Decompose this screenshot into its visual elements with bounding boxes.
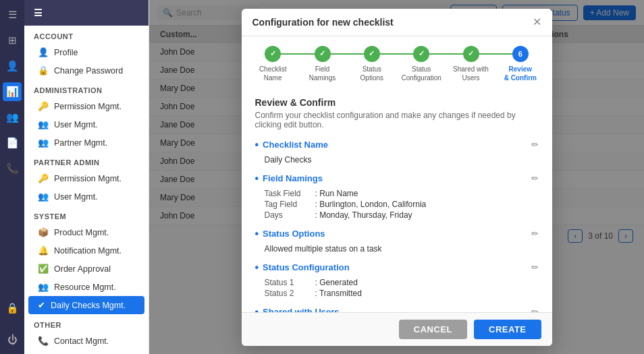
step-circle-3: ✓ [364, 46, 380, 62]
section-header-shared: Shared with Users ✏ [255, 306, 539, 312]
section-header-field: Field Namings ✏ [255, 173, 539, 185]
field-label-status2: Status 2 [265, 289, 315, 298]
cancel-button[interactable]: CANCEL [399, 320, 467, 339]
power-icon[interactable]: ⏻ [3, 330, 22, 349]
lock-icon[interactable]: 🔒 [3, 299, 22, 318]
menu-icon[interactable]: ☰ [3, 5, 22, 24]
section-title-checklist: Checklist Name [255, 139, 328, 151]
chart-icon[interactable]: 📊 [3, 82, 22, 101]
person-icon[interactable]: 👤 [3, 57, 22, 76]
step-2: ✓ FieldNamings [298, 46, 347, 82]
field-label-days: Days [265, 210, 315, 220]
sidebar-item-pa-permission[interactable]: 🔑 Permission Mgmt. [24, 169, 149, 187]
modal-footer: CANCEL CREATE [242, 312, 552, 346]
section-status-options: Status Options ✏ Allowed multiple status… [255, 228, 539, 254]
section-header-checklist: Checklist Name ✏ [255, 139, 539, 151]
main-content: 🔍 Search ≡ Filter ▾ Configure Status + A… [149, 0, 644, 354]
sidebar-item-partner-mgmt[interactable]: 👥 Partner Mgmt. [24, 134, 149, 152]
sidebar-label-product: Product Mgmt. [54, 228, 109, 237]
field-row-status1: Status 1 : Generated [255, 278, 539, 287]
field-row-tag: Tag Field : Burlington, London, Californ… [255, 200, 539, 209]
sidebar-item-change-password[interactable]: 🔒 Change Password [24, 61, 149, 80]
sidebar-section-account: ACCOUNT [24, 26, 149, 43]
home-icon[interactable]: ⊞ [3, 31, 22, 50]
edit-field-button[interactable]: ✏ [531, 173, 539, 183]
step-label-6: Review& Confirm [504, 65, 537, 82]
sidebar-section-system: SYSTEM [24, 206, 149, 223]
step-3: ✓ StatusOptions [347, 46, 396, 82]
order-icon: ✅ [38, 264, 49, 274]
sidebar-item-daily-checks[interactable]: ✔ Daily Checks Mgmt. [28, 296, 144, 314]
step-label-1: ChecklistName [259, 65, 287, 82]
doc-icon[interactable]: 📄 [3, 134, 22, 152]
section-header-status-options: Status Options ✏ [255, 228, 539, 240]
modal-overlay: Configuration for new checklist ✕ ✓ Chec… [149, 0, 644, 354]
sidebar-item-order-approval[interactable]: ✅ Order Approval [24, 260, 149, 278]
sidebar-item-user-mgmt[interactable]: 👥 User Mgmt. [24, 115, 149, 134]
sidebar-item-contact-mgmt[interactable]: 📞 Contact Mgmt. [24, 332, 149, 350]
step-5: ✓ Shared withUsers [446, 46, 495, 82]
edit-checklist-button[interactable]: ✏ [531, 140, 539, 150]
field-value-days: : Monday, Thursday, Friday [315, 210, 412, 220]
modal-title: Configuration for new checklist [252, 17, 394, 28]
contact-icon: 📞 [38, 336, 49, 346]
step-label-2: FieldNamings [309, 65, 336, 82]
sidebar-logo: ☰ [24, 0, 149, 26]
profile-icon: 👤 [38, 47, 49, 57]
sidebar-item-notification-mgmt[interactable]: 🔔 Notification Mgmt. [24, 241, 149, 260]
modal-body: Review & Confirm Confirm your checklist … [242, 89, 552, 312]
step-circle-2: ✓ [315, 46, 331, 62]
resource-icon: 👥 [38, 282, 49, 292]
section-field-namings: Field Namings ✏ Task Field : Run Name Ta… [255, 173, 539, 220]
sidebar-label-order: Order Approval [54, 264, 111, 274]
field-value-status1: : Generated [315, 278, 358, 287]
section-status-config: Status Configuration ✏ Status 1 : Genera… [255, 262, 539, 298]
field-row-days: Days : Monday, Thursday, Friday [255, 210, 539, 220]
edit-shared-button[interactable]: ✏ [531, 307, 539, 312]
step-1: ✓ ChecklistName [248, 46, 298, 82]
field-value-task: : Run Name [315, 189, 358, 198]
sidebar-label-notification: Notification Mgmt. [54, 246, 122, 256]
section-title-status-config: Status Configuration [255, 262, 350, 274]
field-label-task: Task Field [265, 189, 315, 198]
section-header-status-config: Status Configuration ✏ [255, 262, 539, 274]
sidebar-item-permission-mgmt[interactable]: 🔑 Permission Mgmt. [24, 97, 149, 115]
people-icon[interactable]: 👥 [3, 108, 22, 127]
edit-status-config-button[interactable]: ✏ [531, 262, 539, 272]
field-value-status2: : Transmitted [315, 289, 362, 298]
sidebar-item-profile[interactable]: 👤 Profile [24, 43, 149, 61]
sidebar-item-product-mgmt[interactable]: 📦 Product Mgmt. [24, 223, 149, 241]
notification-icon: 🔔 [38, 245, 49, 256]
sidebar-item-resource-mgmt[interactable]: 👥 Resource Mgmt. [24, 278, 149, 296]
section-title-field: Field Namings [255, 173, 323, 185]
sidebar-label-partner-mgmt: Partner Mgmt. [54, 138, 107, 148]
field-row-status2: Status 2 : Transmitted [255, 289, 539, 298]
daily-checks-icon: ✔ [38, 300, 45, 310]
step-circle-5: ✓ [463, 46, 479, 62]
sidebar-label-contact: Contact Mgmt. [54, 336, 109, 346]
left-icon-bar: ☰ ⊞ 👤 📊 👥 📄 📞 🔒 ⏻ [0, 0, 24, 354]
field-label-status1: Status 1 [265, 278, 315, 287]
section-checklist-name: Checklist Name ✏ Daily Checks [255, 139, 539, 165]
section-shared-users: Shared with Users ✏ G1 Group 1 Full [255, 306, 539, 312]
edit-status-options-button[interactable]: ✏ [531, 229, 539, 239]
step-circle-1: ✓ [265, 46, 281, 62]
field-row-task: Task Field : Run Name [255, 189, 539, 198]
sidebar-label-daily-checks: Daily Checks Mgmt. [51, 301, 126, 310]
sidebar-section-other: OTHER [24, 314, 149, 332]
sidebar-label-resource: Resource Mgmt. [54, 283, 116, 292]
step-4: ✓ StatusConfiguration [397, 46, 446, 82]
phone-icon[interactable]: 📞 [3, 159, 22, 178]
step-label-4: StatusConfiguration [401, 65, 441, 82]
review-subtitle: Confirm your checklist configuration and… [255, 111, 539, 129]
sidebar-label-change-password: Change Password [54, 66, 123, 76]
create-button[interactable]: CREATE [474, 320, 541, 339]
modal: Configuration for new checklist ✕ ✓ Chec… [242, 9, 552, 346]
sidebar-item-pa-user[interactable]: 👥 User Mgmt. [24, 187, 149, 206]
step-circle-6: 6 [512, 46, 529, 62]
sidebar-label-pa-user: User Mgmt. [54, 192, 98, 202]
field-label-tag: Tag Field [265, 200, 315, 209]
modal-close-button[interactable]: ✕ [533, 17, 541, 28]
pa-permission-icon: 🔑 [38, 173, 49, 183]
product-icon: 📦 [38, 227, 49, 237]
